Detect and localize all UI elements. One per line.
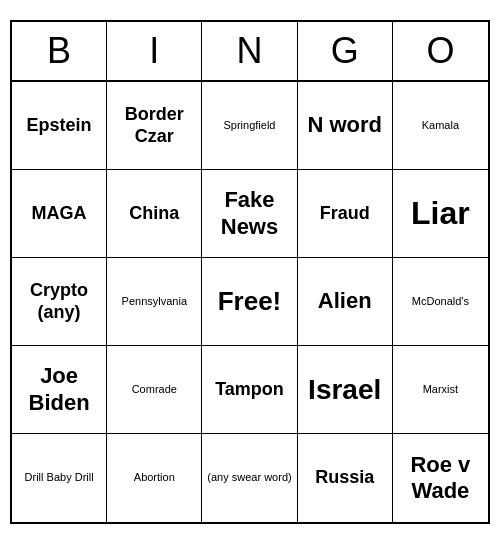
header-o: O xyxy=(393,22,488,80)
cell-8: Fraud xyxy=(298,170,393,258)
cell-6: China xyxy=(107,170,202,258)
cell-0: Epstein xyxy=(12,82,107,170)
cell-22: (any swear word) xyxy=(202,434,297,522)
cell-5: MAGA xyxy=(12,170,107,258)
header-b: B xyxy=(12,22,107,80)
cell-16: Comrade xyxy=(107,346,202,434)
cell-4: Kamala xyxy=(393,82,488,170)
cell-19: Marxist xyxy=(393,346,488,434)
cell-24: Roe v Wade xyxy=(393,434,488,522)
bingo-card: B I N G O Epstein Border Czar Springfiel… xyxy=(10,20,490,524)
cell-2: Springfield xyxy=(202,82,297,170)
cell-17: Tampon xyxy=(202,346,297,434)
cell-3: N word xyxy=(298,82,393,170)
cell-12: Free! xyxy=(202,258,297,346)
cell-21: Abortion xyxy=(107,434,202,522)
cell-20: Drill Baby Drill xyxy=(12,434,107,522)
cell-13: Alien xyxy=(298,258,393,346)
cell-10: Crypto (any) xyxy=(12,258,107,346)
cell-18: Israel xyxy=(298,346,393,434)
cell-9: Liar xyxy=(393,170,488,258)
cell-15: Joe Biden xyxy=(12,346,107,434)
bingo-header: B I N G O xyxy=(12,22,488,82)
cell-1: Border Czar xyxy=(107,82,202,170)
header-n: N xyxy=(202,22,297,80)
cell-7: Fake News xyxy=(202,170,297,258)
header-g: G xyxy=(298,22,393,80)
cell-23: Russia xyxy=(298,434,393,522)
header-i: I xyxy=(107,22,202,80)
cell-14: McDonald's xyxy=(393,258,488,346)
bingo-grid: Epstein Border Czar Springfield N word K… xyxy=(12,82,488,522)
cell-11: Pennsylvania xyxy=(107,258,202,346)
